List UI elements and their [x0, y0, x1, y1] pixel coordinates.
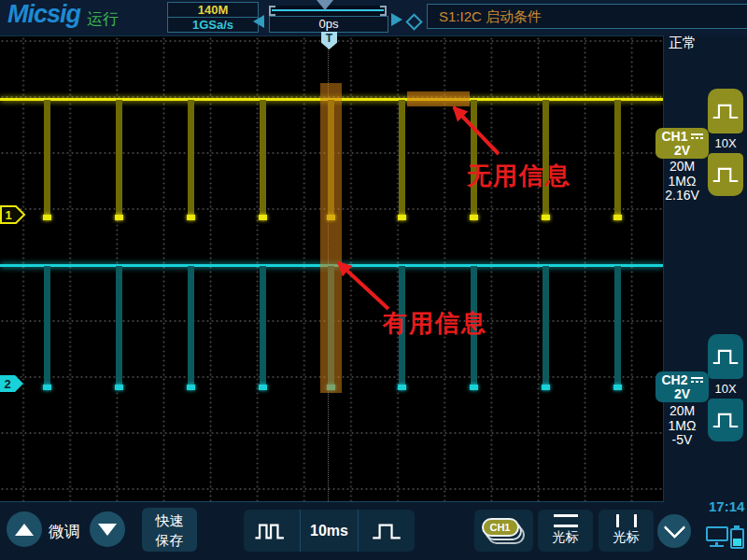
ch1-pulse — [260, 100, 266, 219]
slider-right-bracket-icon — [380, 6, 387, 16]
cursor-v-label: 光标 — [613, 529, 640, 546]
up-arrow-icon — [15, 524, 34, 536]
scope-display[interactable]: 12无用信息有用信息 — [0, 35, 664, 502]
ch2-pulse — [44, 266, 50, 389]
ch2-pulse-cap — [187, 385, 195, 390]
fine-tune-up-button[interactable] — [7, 511, 42, 547]
ch1-pulse-cap — [259, 215, 267, 220]
ch1-badge[interactable]: CH1 2V — [655, 128, 709, 159]
ch1-probe-factor[interactable]: 10X — [708, 135, 743, 151]
channel-select-label: CH1 — [482, 518, 519, 537]
timebase-zoom-in-button[interactable] — [359, 510, 415, 552]
double-pulse-icon — [252, 520, 291, 542]
ch2-pulse-down-button[interactable] — [708, 399, 743, 441]
single-pulse-icon — [369, 520, 404, 542]
sample-rate: 1GSa/s — [168, 18, 258, 32]
chevron-down-icon — [663, 516, 685, 539]
ch1-name: CH1 — [661, 129, 687, 144]
fine-tune-label: 微调 — [49, 521, 80, 542]
memory-depth: 140M — [168, 3, 258, 18]
down-arrow-icon — [98, 524, 117, 536]
ch2-scale: 2V — [655, 387, 709, 401]
ch1-pulse — [399, 100, 405, 219]
highlight-band — [407, 91, 470, 106]
ch1-pulse — [116, 100, 122, 219]
run-status[interactable]: 运行 — [87, 8, 119, 30]
quick-save-line2: 保存 — [142, 530, 197, 550]
cursor-horizontal-button[interactable]: 光标 — [538, 510, 593, 552]
ch2-pulse-cap — [613, 385, 622, 390]
ch2-pulse-up-button[interactable] — [708, 334, 743, 379]
ch1-pulse-down-button[interactable] — [708, 153, 743, 196]
ch2-bandwidth: 20M — [654, 404, 711, 419]
ch2-pulse — [614, 266, 621, 389]
dc-coupling-icon — [691, 133, 703, 139]
ch2-pulse-cap — [398, 385, 406, 390]
scroll-left-icon[interactable] — [253, 15, 264, 28]
ch1-pulse-cap — [470, 215, 478, 220]
menu-collapse-button[interactable] — [657, 514, 691, 548]
cursor-vertical-icon — [616, 514, 637, 527]
acquisition-mode-label: 正常 — [669, 35, 697, 52]
ch1-pulse-cap — [187, 215, 195, 220]
cursor-horizontal-icon — [554, 514, 578, 527]
ch2-badge[interactable]: CH2 2V — [655, 371, 709, 402]
ch1-probe-controls: 10X — [708, 89, 743, 196]
timebase-group: 10ms — [244, 510, 415, 552]
fine-tune-down-button[interactable] — [90, 511, 125, 547]
ch2-impedance: 1MΩ — [654, 419, 711, 434]
trigger-info-box[interactable]: S1:I2C 启动条件 — [427, 4, 747, 29]
dc-coupling-icon — [691, 377, 703, 383]
ch2-pulse — [188, 266, 194, 389]
timebase-zoom-out-button[interactable] — [244, 510, 300, 552]
scroll-right-icon[interactable] — [391, 13, 402, 26]
ch1-pulse — [188, 100, 194, 219]
cursor-vertical-button[interactable]: 光标 — [599, 510, 654, 552]
ch2-name: CH2 — [661, 372, 687, 387]
oscilloscope-app: Micsig 运行 140M 1GSa/s 0ps S1:I2C 启动条件 12… — [0, 0, 747, 560]
ch2-pulse-cap — [43, 385, 51, 390]
ch2-pulse — [260, 266, 266, 389]
ch1-scale: 2V — [655, 144, 709, 158]
ch2-probe-controls: 10X — [708, 334, 743, 441]
cursor-h-label: 光标 — [553, 529, 579, 546]
ch1-pulse — [44, 100, 50, 219]
micsig-logo: Micsig — [7, 0, 80, 29]
timebase-value[interactable]: 10ms — [301, 510, 357, 552]
pulse-icon — [712, 163, 740, 186]
channel-select-button[interactable]: CH1 — [474, 510, 533, 552]
ch1-pulse-cap — [43, 215, 51, 220]
ch1-pulse-up-button[interactable] — [708, 89, 743, 133]
annotation-text: 无用信息 — [467, 160, 571, 192]
ch1-pulse-cap — [115, 215, 123, 220]
diamond-icon[interactable] — [405, 13, 422, 30]
ch2-pulse — [116, 266, 122, 389]
trigger-position-pointer-icon[interactable] — [317, 0, 333, 10]
ch2-pulse-cap — [115, 385, 123, 390]
ch1-pulse-cap — [398, 215, 406, 220]
ch2-details: 20M 1MΩ -5V — [654, 404, 711, 448]
quick-save-button[interactable]: 快速 保存 — [142, 508, 197, 552]
trigger-position-value[interactable]: 0ps — [269, 16, 388, 33]
ch2-pulse-cap — [259, 385, 267, 390]
highlight-band — [320, 83, 342, 393]
svg-text:2: 2 — [4, 377, 10, 391]
ch1-pulse — [614, 100, 621, 219]
ch1-level: 2.16V — [654, 189, 711, 203]
clock: 17:14 — [709, 498, 744, 514]
top-bar: Micsig 运行 140M 1GSa/s 0ps S1:I2C 启动条件 — [0, 0, 747, 35]
ch2-pulse-cap — [542, 385, 550, 390]
monitor-icon — [706, 526, 730, 549]
ch1-bandwidth: 20M — [654, 160, 711, 175]
ch2-pulse — [543, 266, 549, 389]
pulse-icon — [712, 345, 740, 368]
ch2-level: -5V — [654, 433, 711, 448]
pulse-icon — [712, 409, 740, 431]
channel-stack-icon: CH1 — [481, 516, 528, 546]
ch1-details: 20M 1MΩ 2.16V — [654, 160, 711, 203]
ch1-impedance: 1MΩ — [654, 175, 711, 189]
annotation-text: 有用信息 — [383, 307, 487, 340]
quick-save-line1: 快速 — [142, 511, 197, 530]
acquisition-box[interactable]: 140M 1GSa/s — [167, 2, 259, 33]
ch2-probe-factor[interactable]: 10X — [708, 381, 743, 397]
